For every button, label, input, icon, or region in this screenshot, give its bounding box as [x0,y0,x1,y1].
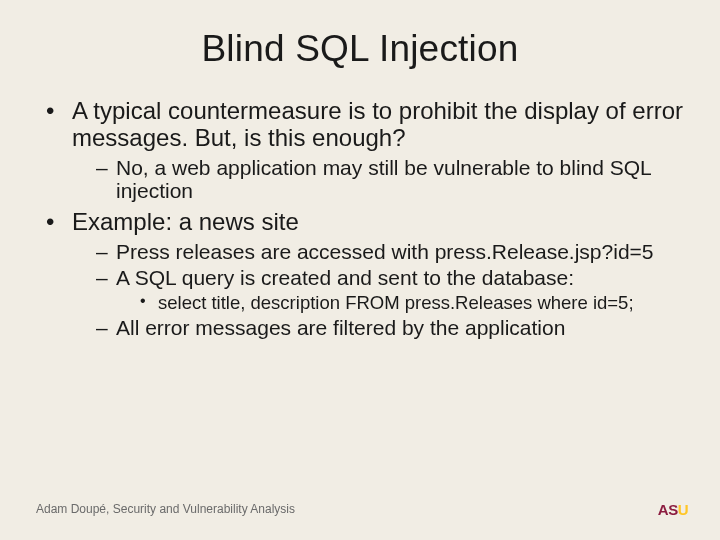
logo-letter-s: S [668,501,678,518]
sub-bullet-text: A SQL query is created and sent to the d… [116,266,574,289]
sub-bullet-item: All error messages are filtered by the a… [96,316,684,340]
bullet-list: A typical countermeasure is to prohibit … [36,98,684,339]
subsub-bullet-list: select title, description FROM press.​Re… [116,292,684,313]
sub-bullet-text: All error messages are filtered by the a… [116,316,565,339]
bullet-item: A typical countermeasure is to prohibit … [46,98,684,203]
logo-letter-u: U [678,501,688,518]
slide-title: Blind SQL Injection [36,28,684,70]
sub-bullet-text: Press releases are accessed with press.​… [116,240,654,263]
sub-bullet-item: No, a web application may still be vulne… [96,156,684,203]
logo-letter-a: A [658,501,668,518]
sub-bullet-item: Press releases are accessed with press.​… [96,240,684,264]
subsub-bullet-item: select title, description FROM press.​Re… [140,292,684,313]
bullet-text: A typical countermeasure is to prohibit … [72,97,683,151]
sub-bullet-list: Press releases are accessed with press.​… [72,240,684,340]
bullet-item: Example: a news site Press releases are … [46,209,684,340]
sub-bullet-text: No, a web application may still be vulne… [116,156,651,203]
sub-bullet-item: A SQL query is created and sent to the d… [96,266,684,313]
footer-author: Adam Doupé, Security and Vulnerability A… [36,502,295,516]
sub-bullet-list: No, a web application may still be vulne… [72,156,684,203]
subsub-bullet-text: select title, description FROM press.​Re… [158,292,634,313]
asu-logo: ASU [658,501,688,518]
bullet-text: Example: a news site [72,208,299,235]
